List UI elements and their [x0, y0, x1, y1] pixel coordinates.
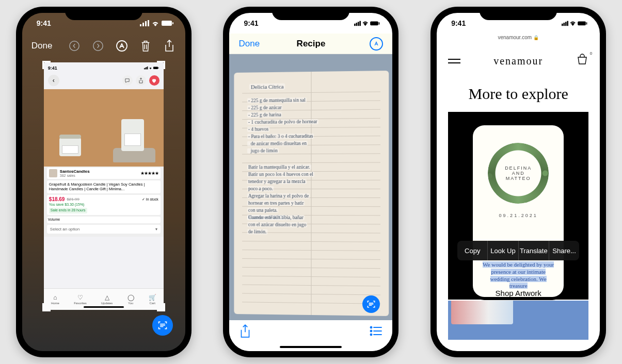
tab-you[interactable]: ◯You	[127, 294, 134, 305]
live-text-fab[interactable]	[152, 315, 173, 336]
svg-point-6	[70, 41, 79, 51]
inner-home-indicator	[84, 306, 124, 308]
price-old: $21.99	[67, 197, 79, 202]
phone-notes-recipe: 9:41 Done Recipe Delicia Cítrica - 225 g…	[223, 7, 398, 357]
ingredients-text[interactable]: - 225 g de mantequilla sin sal - 225 g d…	[247, 96, 362, 155]
back-button[interactable]: ‹	[48, 75, 59, 86]
select-placeholder: Select an option	[50, 227, 79, 231]
share-button[interactable]	[240, 324, 251, 340]
recipe-title[interactable]: Delicia Cítrica	[249, 84, 285, 90]
phone-safari-venamour: 9:41 venamour.com 🔒 venamour 0 More to e…	[430, 7, 606, 357]
svg-rect-16	[356, 23, 358, 26]
screen: 9:41 Done	[22, 13, 185, 351]
status-icons	[140, 20, 174, 26]
sale-badge: Sale ends in 28 hours	[49, 208, 87, 213]
bottom-toolbar	[229, 320, 392, 351]
tab-favorites[interactable]: ♡Favorites	[74, 294, 87, 305]
finish-text[interactable]: Cuando esté aún tibia, bañar con el azúc…	[247, 214, 363, 236]
tab-cart[interactable]: 🛒Cart	[149, 294, 156, 305]
volume-select[interactable]: Select an option ▾	[47, 225, 161, 234]
delete-button[interactable]	[139, 39, 152, 53]
price-box: $18.69 $21.99 ✓ In stock You save $3.30 …	[47, 195, 161, 215]
url-text: venamour.com	[498, 35, 532, 40]
svg-rect-1	[142, 23, 144, 26]
product-title: Grapefruit & Mangosteen Candle | Vegan S…	[47, 180, 161, 193]
share-button[interactable]	[163, 39, 176, 53]
cart-button[interactable]: 0	[576, 54, 588, 68]
svg-rect-30	[567, 21, 569, 26]
device-notch	[272, 7, 349, 20]
signal-icon	[140, 20, 149, 26]
product-image	[44, 89, 164, 167]
preview-screen: DELFINA AND MATTEO 09.21.2021 We would b…	[473, 125, 564, 297]
status-time: 9:41	[37, 19, 51, 27]
battery-icon	[162, 20, 174, 26]
savings: You save $3.30 (15%)	[49, 203, 158, 207]
phone-markup-editor: 9:41 Done	[16, 7, 192, 357]
cart-count: 0	[590, 51, 592, 56]
status-time: 9:41	[244, 19, 258, 27]
svg-rect-17	[358, 22, 359, 26]
crop-handle-tl[interactable]	[42, 61, 51, 69]
menu-button[interactable]	[448, 59, 460, 63]
preview-phone: DELFINA AND MATTEO 09.21.2021 We would b…	[470, 122, 567, 300]
device-notch	[65, 7, 142, 20]
screen: 9:41 venamour.com 🔒 venamour 0 More to e…	[437, 13, 600, 351]
next-card[interactable]	[448, 301, 588, 340]
svg-point-23	[371, 330, 372, 332]
svg-rect-9	[144, 68, 145, 70]
volume-label: Volume	[47, 217, 161, 223]
svg-rect-11	[146, 67, 147, 70]
menu-share[interactable]: Share...	[549, 241, 579, 260]
seller-row[interactable]: SantosCandles 382 sales ★★★★★	[47, 168, 161, 179]
markup-tool-button[interactable]	[115, 39, 129, 53]
markup-toolbar: Done	[22, 35, 185, 57]
text-selection-menu: Copy Look Up Translate Share...	[457, 241, 579, 260]
svg-rect-20	[379, 22, 380, 24]
chevron-down-icon: ▾	[155, 227, 157, 231]
notebook-page: Delicia Cítrica - 225 g de mantequilla s…	[234, 71, 389, 316]
rating-stars: ★★★★★	[140, 171, 158, 176]
seller-avatar	[49, 169, 57, 177]
done-button[interactable]: Done	[31, 41, 53, 51]
menu-copy[interactable]: Copy	[457, 241, 488, 260]
tab-home[interactable]: ⌂Home	[51, 294, 59, 305]
svg-rect-18	[360, 21, 361, 26]
undo-button[interactable]	[68, 39, 81, 53]
seller-name: SantosCandles	[60, 169, 90, 174]
status-icons	[354, 20, 381, 26]
steps-text[interactable]: Batir la mantequilla y el azúcar. Batir …	[247, 163, 368, 222]
screen: 9:41 Done Recipe Delicia Cítrica - 225 g…	[229, 13, 392, 351]
menu-translate[interactable]: Translate	[519, 241, 549, 260]
redo-button[interactable]	[91, 39, 105, 53]
selected-text[interactable]: We would be delighted by your presence a…	[482, 261, 554, 290]
svg-rect-31	[578, 22, 586, 26]
section-heading: More to explore	[437, 85, 600, 103]
svg-rect-5	[172, 22, 173, 24]
invite-names: DELFINA AND MATTEO	[485, 140, 552, 207]
markup-button[interactable]	[370, 37, 383, 51]
note-title: Recipe	[229, 39, 392, 49]
site-logo[interactable]: venamour	[460, 55, 576, 67]
svg-rect-28	[564, 23, 565, 26]
crop-handle-tr[interactable]	[157, 61, 165, 69]
comment-icon[interactable]	[122, 75, 133, 86]
svg-rect-10	[145, 68, 146, 70]
inner-share-icon[interactable]	[136, 75, 146, 86]
artwork-card[interactable]: DELFINA AND MATTEO 09.21.2021 We would b…	[448, 112, 588, 300]
svg-rect-2	[145, 21, 147, 26]
product-details: SantosCandles 382 sales ★★★★★ Grapefruit…	[44, 167, 164, 237]
wreath-artwork: DELFINA AND MATTEO	[485, 140, 552, 207]
screenshot-crop-area[interactable]: 9:41 ‹	[44, 62, 164, 310]
candle-tall	[121, 119, 144, 151]
svg-point-25	[371, 334, 372, 336]
next-card-image	[451, 301, 513, 324]
shop-artwork-link[interactable]: Shop Artwork	[437, 289, 600, 297]
favorite-icon[interactable]	[149, 75, 160, 86]
svg-rect-15	[354, 24, 356, 26]
tab-updates[interactable]: △Updates	[101, 294, 113, 305]
list-button[interactable]	[370, 326, 382, 338]
stock-status: ✓ In stock	[142, 197, 158, 202]
address-bar[interactable]: venamour.com 🔒	[437, 35, 600, 40]
menu-lookup[interactable]: Look Up	[488, 241, 518, 260]
